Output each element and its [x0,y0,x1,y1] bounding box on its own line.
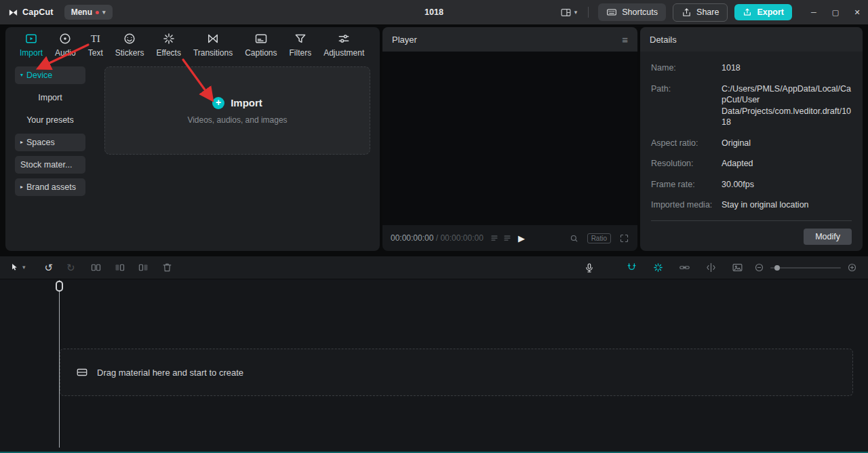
import-subtitle: Videos, audios, and images [187,115,287,125]
undo-button[interactable]: ↺ [45,262,54,273]
modify-button[interactable]: Modify [804,229,852,245]
window-controls: ─ ▢ ✕ [803,0,868,24]
media-library-panel: Import Audio TI Text Stickers [5,27,380,251]
export-button[interactable]: Export [734,4,792,20]
tab-stickers[interactable]: Stickers [109,32,151,58]
field-value: 30.00fps [722,179,754,191]
sidebar-item-import[interactable]: Import [15,89,85,106]
export-icon [743,7,752,17]
media-sidebar: ▾ Device Import Your presets ▸ Spaces St… [5,60,90,251]
zoom-out-icon[interactable] [754,262,764,273]
player-menu-icon[interactable]: ≡ [622,34,628,45]
media-content: + Import Videos, audios, and images [90,60,380,251]
ratio-button[interactable]: Ratio [587,233,611,243]
player-controls-right: Ratio [569,233,629,243]
delete-right-icon[interactable] [138,262,149,273]
tab-captions[interactable]: Captions [239,32,283,58]
transitions-icon [206,32,220,45]
field-value: Original [722,138,751,149]
details-body: Name: 1018 Path: C:/Users/PMLS/AppData/L… [640,52,863,251]
titlebar-right: ▾ Shortcuts Share Export [559,0,868,24]
player-title: Player [392,35,417,45]
media-tab-bar: Import Audio TI Text Stickers [5,27,380,60]
delete-left-icon[interactable] [114,262,125,273]
caret-right-icon: ▸ [20,140,23,145]
tab-transitions[interactable]: Transitions [187,32,239,58]
chevron-down-icon: ▾ [102,9,106,16]
tab-import[interactable]: Import [14,32,49,58]
title-bar: CapCut Menu ▾ 1018 ▾ Shortcuts [0,0,868,24]
share-button[interactable]: Share [673,3,728,22]
magnetic-track-icon[interactable] [626,262,637,273]
titlebar-divider [588,7,589,18]
redo-button[interactable]: ↻ [66,262,75,273]
chevron-down-icon: ▾ [574,9,578,16]
sidebar-item-brand-assets[interactable]: ▸ Brand assets [15,178,85,196]
panel-layout-icon [560,7,572,18]
timeline-dropzone[interactable]: Drag material here and start to create [60,349,853,396]
shortcuts-label: Shortcuts [622,7,658,17]
linkage-icon[interactable] [679,262,690,273]
timeline-zoom-controls [754,262,857,273]
sidebar-item-label: Spaces [26,138,55,147]
tab-label: Captions [245,48,277,58]
menu-button[interactable]: Menu ▾ [64,5,113,20]
field-label: Imported media: [651,199,722,211]
sidebar-item-spaces[interactable]: ▸ Spaces [15,134,85,151]
share-label: Share [696,7,719,17]
zoom-in-icon[interactable] [847,262,857,273]
frame-list-icon[interactable] [503,234,511,242]
tab-audio[interactable]: Audio [49,32,82,58]
field-label: Path: [651,83,722,128]
timecode-total: 00:00:00:00 [440,233,483,243]
timecode-separator: / [433,233,440,243]
notification-dot [96,11,99,14]
import-icon [24,32,38,45]
frame-option-icons [490,234,511,242]
details-panel: Details Name: 1018 Path: C:/Users/PMLS/A… [640,27,863,251]
tab-label: Adjustment [323,48,364,58]
media-track-icon [76,366,88,378]
slider-knob[interactable] [774,265,780,271]
timeline-hint-text: Drag material here and start to create [97,368,243,378]
tab-filters[interactable]: Filters [283,32,318,58]
preview-axis-icon[interactable] [705,262,717,273]
import-dropzone[interactable]: + Import Videos, audios, and images [104,66,370,155]
timeline-zoom-slider[interactable] [770,264,841,272]
capcut-logo-icon [8,7,18,18]
import-title: Import [231,97,262,109]
layout-switcher-button[interactable]: ▾ [559,5,579,20]
auto-snapping-icon[interactable] [652,262,664,273]
close-button[interactable]: ✕ [846,0,868,24]
share-icon [682,7,692,18]
field-value: C:/Users/PMLS/AppData/Local/CapCut/User … [722,83,852,128]
fullscreen-icon[interactable] [619,233,629,243]
minimize-button[interactable]: ─ [803,0,825,24]
frame-grid-icon[interactable] [490,234,498,242]
shortcuts-button[interactable]: Shortcuts [598,3,666,21]
tab-text[interactable]: TI Text [82,32,109,58]
captions-icon [254,32,268,45]
tab-adjustment[interactable]: Adjustment [317,32,370,58]
split-icon[interactable] [90,262,102,273]
video-preview-area [382,52,637,225]
chevron-down-icon: ▾ [22,264,26,271]
project-title: 1018 [425,7,443,17]
select-tool-button[interactable]: ▾ [9,262,26,273]
sidebar-item-your-presets[interactable]: Your presets [15,111,85,129]
sidebar-item-device[interactable]: ▾ Device [15,66,85,84]
delete-icon[interactable] [161,262,173,273]
detail-row-resolution: Resolution: Adapted [651,158,852,170]
sticker-icon [123,32,136,45]
tab-label: Stickers [115,48,144,58]
preview-zoom-icon[interactable] [569,233,579,243]
timeline-body: Drag material here and start to create [0,279,868,453]
cover-icon[interactable] [732,262,743,273]
play-button[interactable]: ▶ [518,233,525,243]
tab-effects[interactable]: Effects [150,32,186,58]
media-body: ▾ Device Import Your presets ▸ Spaces St… [5,60,380,251]
playhead-handle[interactable] [56,281,63,292]
maximize-button[interactable]: ▢ [825,0,846,24]
record-voiceover-icon[interactable] [584,262,595,273]
sidebar-item-stock-materials[interactable]: Stock mater... [15,156,85,174]
